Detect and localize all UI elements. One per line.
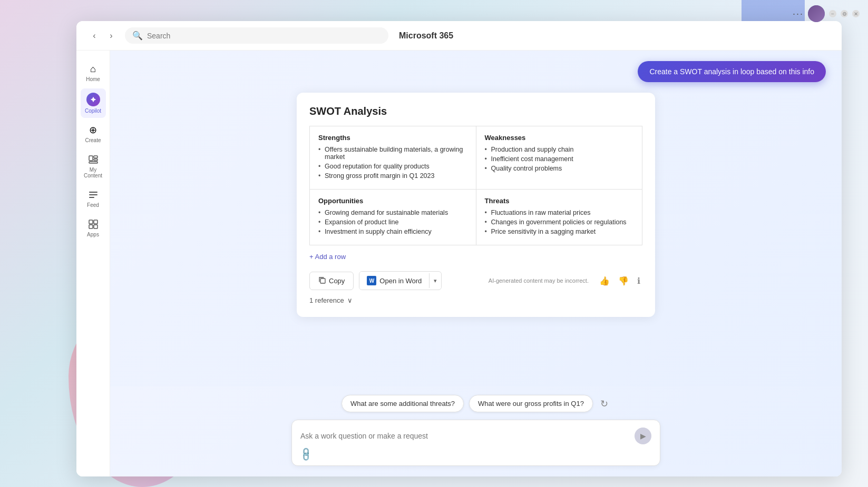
- svg-rect-9: [89, 225, 93, 228]
- search-input[interactable]: [147, 32, 381, 40]
- sidebar-item-apps[interactable]: Apps: [81, 214, 106, 242]
- sidebar-item-feed[interactable]: Feed: [81, 185, 106, 212]
- feed-icon: [87, 189, 99, 201]
- create-swot-button[interactable]: Create a SWOT analysis in loop based on …: [638, 61, 826, 82]
- svg-rect-3: [89, 162, 97, 163]
- list-item: Inefficient cost management: [485, 155, 634, 163]
- suggestion-chips: What are some additional threats? What w…: [126, 395, 826, 412]
- send-button[interactable]: ▶: [635, 428, 651, 444]
- sidebar-label-copilot: Copilot: [85, 108, 101, 114]
- home-icon: ⌂: [87, 63, 99, 75]
- sidebar-item-home[interactable]: ⌂ Home: [81, 59, 106, 86]
- suggestion-chip-profits[interactable]: What were our gross profits in Q1?: [469, 395, 593, 412]
- reference-row[interactable]: 1 reference ∨: [309, 296, 642, 304]
- swot-threats-list: Fluctuations in raw material prices Chan…: [485, 209, 634, 235]
- app-window: ‹ › 🔍 Microsoft 365 ⌂ Home Copilot: [76, 21, 842, 476]
- search-icon: 🔍: [132, 31, 143, 41]
- swot-threats-heading: Threats: [485, 197, 634, 205]
- app-title: Microsoft 365: [399, 31, 453, 41]
- svg-rect-2: [94, 159, 97, 161]
- svg-rect-7: [89, 220, 93, 224]
- swot-opportunities-heading: Opportunities: [318, 197, 467, 205]
- copilot-icon: [86, 93, 100, 106]
- chat-input[interactable]: [300, 432, 635, 440]
- swot-strengths-list: Offers sustainable building materials, a…: [318, 146, 467, 180]
- list-item: Growing demand for sustainable materials: [318, 209, 467, 216]
- sidebar-item-create[interactable]: ⊕ Create: [81, 120, 106, 147]
- search-bar[interactable]: 🔍: [125, 27, 388, 44]
- swot-strengths-heading: Strengths: [318, 134, 467, 142]
- list-item: Quality control problems: [485, 165, 634, 172]
- thumbs-down-icon[interactable]: 👎: [616, 274, 631, 288]
- list-item: Fluctuations in raw material prices: [485, 209, 634, 216]
- sidebar: ⌂ Home Copilot ⊕ Create: [76, 51, 110, 476]
- minimize-button[interactable]: −: [829, 10, 836, 17]
- suggestion-chip-threats[interactable]: What are some additional threats?: [342, 395, 464, 412]
- input-container: ▶ 🔗: [291, 420, 660, 466]
- my-content-icon: [87, 154, 99, 165]
- sidebar-label-feed: Feed: [87, 202, 99, 208]
- swot-weaknesses-heading: Weaknesses: [485, 134, 634, 142]
- input-tools: 🔗: [300, 449, 651, 460]
- list-item: Expansion of product line: [318, 218, 467, 226]
- swot-table: Strengths Offers sustainable building ma…: [309, 126, 642, 245]
- ai-notice: AI-generated content may be incorrect.: [489, 277, 589, 284]
- info-icon[interactable]: ℹ: [635, 274, 642, 288]
- svg-rect-6: [89, 197, 94, 198]
- feedback-icons: AI-generated content may be incorrect. 👍…: [489, 274, 642, 288]
- swot-strengths-cell: Strengths Offers sustainable building ma…: [310, 126, 476, 190]
- more-options-icon[interactable]: ···: [793, 8, 804, 19]
- add-row-link[interactable]: + Add a row: [309, 251, 642, 263]
- open-in-word-group: W Open in Word ▾: [359, 271, 442, 290]
- swot-threats-cell: Threats Fluctuations in raw material pri…: [476, 190, 642, 245]
- forward-button[interactable]: ›: [104, 28, 119, 43]
- create-icon: ⊕: [87, 124, 99, 136]
- swot-row-bottom: Opportunities Growing demand for sustain…: [310, 190, 642, 245]
- reference-label: 1 reference: [309, 296, 344, 304]
- copy-icon: [318, 276, 326, 285]
- title-bar-controls: ··· − ⚙ ✕: [793, 5, 860, 22]
- word-icon: W: [367, 276, 376, 285]
- svg-rect-11: [320, 279, 325, 283]
- list-item: Production and supply chain: [485, 146, 634, 153]
- list-item: Strong gross profit margin in Q1 2023: [318, 172, 467, 180]
- swot-row-top: Strengths Offers sustainable building ma…: [310, 126, 642, 190]
- close-button[interactable]: ✕: [852, 10, 860, 17]
- sidebar-item-copilot[interactable]: Copilot: [81, 88, 106, 118]
- chat-bottom: What are some additional threats? What w…: [110, 386, 842, 476]
- refresh-icon[interactable]: ↻: [598, 396, 610, 412]
- sidebar-item-my-content[interactable]: My Content: [81, 150, 106, 183]
- svg-rect-0: [89, 156, 93, 161]
- card-actions: Copy W Open in Word ▾: [309, 271, 642, 290]
- swot-opportunities-cell: Opportunities Growing demand for sustain…: [310, 190, 476, 245]
- attach-icon[interactable]: 🔗: [298, 446, 314, 462]
- apps-icon: [87, 218, 99, 230]
- swot-opportunities-list: Growing demand for sustainable materials…: [318, 209, 467, 235]
- swot-weaknesses-list: Production and supply chain Inefficient …: [485, 146, 634, 172]
- svg-rect-8: [94, 220, 97, 224]
- back-button[interactable]: ‹: [87, 28, 102, 43]
- sidebar-label-my-content: My Content: [83, 167, 104, 178]
- thumbs-up-icon[interactable]: 👍: [597, 274, 612, 288]
- word-chevron-button[interactable]: ▾: [430, 273, 441, 289]
- nav-arrows: ‹ ›: [87, 28, 119, 43]
- svg-rect-1: [94, 156, 97, 158]
- list-item: Changes in government policies or regula…: [485, 218, 634, 226]
- avatar-image: [808, 5, 825, 22]
- copy-button[interactable]: Copy: [309, 272, 354, 290]
- sidebar-label-apps: Apps: [87, 232, 99, 237]
- svg-rect-4: [89, 192, 97, 193]
- swot-card: SWOT Analysis Strengths Offers sustainab…: [297, 93, 655, 317]
- reference-chevron-icon: ∨: [347, 296, 353, 304]
- avatar[interactable]: [808, 5, 825, 22]
- list-item: Offers sustainable building materials, a…: [318, 146, 467, 161]
- svg-rect-5: [89, 194, 97, 195]
- main-content: Create a SWOT analysis in loop based on …: [110, 51, 842, 386]
- svg-rect-10: [94, 225, 97, 228]
- open-in-word-label: Open in Word: [379, 277, 422, 285]
- copy-label: Copy: [329, 277, 345, 285]
- title-bar: ··· − ⚙ ✕: [0, 0, 868, 27]
- input-row: ▶: [300, 428, 651, 444]
- open-in-word-button[interactable]: W Open in Word: [359, 272, 429, 290]
- settings-button[interactable]: ⚙: [841, 10, 848, 17]
